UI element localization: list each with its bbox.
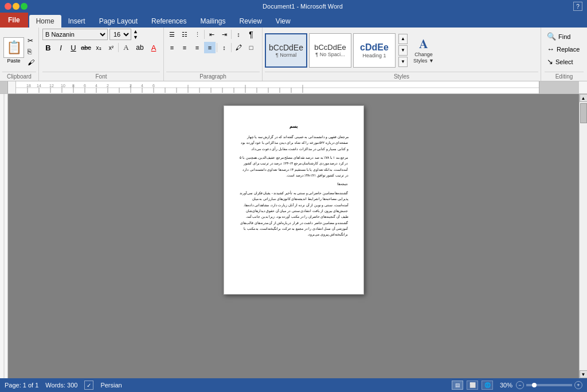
document-content: بسم مرجعان فقهی و دانشمندانی به خمینی گف… <box>239 123 349 238</box>
highlight-button[interactable]: ab <box>134 42 146 53</box>
paste-button[interactable]: 📋 Paste <box>2 36 25 65</box>
find-button[interactable]: 🔍 Find <box>545 31 584 42</box>
scroll-down-arrow[interactable]: ▼ <box>580 370 588 378</box>
copy-button[interactable]: ⎘ <box>27 47 35 56</box>
replace-button[interactable]: ↔ Replace <box>545 44 584 54</box>
zoom-in-button[interactable]: + <box>574 381 582 389</box>
font-name-selector[interactable]: B Nazanin <box>42 29 108 40</box>
style-heading1[interactable]: cDdEe Heading 1 <box>353 33 396 68</box>
tab-file[interactable]: File <box>0 13 28 28</box>
decrease-indent-button[interactable]: ⇤ <box>206 29 217 40</box>
doc-paragraph-1: مرجعان فقهی و دانشمندانی به خمینی گفته‌ا… <box>239 134 349 152</box>
increase-indent-button[interactable]: ⇥ <box>218 29 230 40</box>
doc-paragraph-2: مرجع بند ۱ با ۷۸٪ به صد درصد نقداهای مصل… <box>239 155 349 179</box>
borders-button[interactable]: □ <box>245 42 257 53</box>
change-styles-button[interactable]: 𝐀 ChangeStyles ▼ <box>409 34 438 66</box>
editing-label: Editing <box>545 72 584 80</box>
zoom-slider-thumb[interactable] <box>532 383 537 387</box>
format-painter-button[interactable]: 🖌 <box>27 58 35 67</box>
change-styles-icon: 𝐀 <box>419 37 428 52</box>
clipboard-label: Clipboard <box>2 72 36 80</box>
help-icon[interactable]: ? <box>573 2 582 11</box>
zoom-out-button[interactable]: − <box>516 381 524 389</box>
para-divider3 <box>217 43 217 52</box>
svg-text:12: 12 <box>49 84 54 88</box>
vertical-scrollbar[interactable]: ▲ ▼ <box>579 94 587 378</box>
status-words: Words: 300 <box>45 382 77 389</box>
tab-insert[interactable]: Insert <box>61 15 92 28</box>
tab-page-layout[interactable]: Page Layout <box>92 15 144 28</box>
tab-references[interactable]: References <box>144 15 193 28</box>
styles-scroll-down[interactable]: ▼ <box>398 45 408 56</box>
style-normal[interactable]: bCcDdEe ¶ Normal <box>265 33 307 68</box>
font-shrink-button[interactable]: ▼ <box>133 34 138 40</box>
align-left-button[interactable]: ≡ <box>166 42 178 53</box>
proofing-icon[interactable]: ✓ <box>84 381 93 390</box>
style-no-spacing[interactable]: bCcDdEe ¶ No Spaci... <box>309 33 351 68</box>
svg-text:6: 6 <box>152 84 155 88</box>
styles-label: Styles <box>265 72 538 80</box>
tab-review[interactable]: Review <box>232 15 268 28</box>
para-divider2 <box>231 30 232 39</box>
bullets-button[interactable]: ☰ <box>166 29 178 40</box>
vertical-ruler <box>0 94 8 378</box>
shading-button[interactable]: 🖍 <box>233 42 244 53</box>
document-page[interactable]: بسم مرجعان فقهی و دانشمندانی به خمینی گف… <box>224 105 364 295</box>
paragraph-label: Paragraph <box>166 72 260 80</box>
svg-text:4: 4 <box>141 84 143 88</box>
select-button[interactable]: ↘ Select <box>545 56 584 67</box>
sort-button[interactable]: ↕ <box>233 29 244 40</box>
font-size-selector[interactable]: 16 <box>109 29 131 40</box>
style-heading1-preview: cDdEe <box>360 42 389 53</box>
styles-scroll-up[interactable]: ▲ <box>398 34 408 44</box>
paste-icon: 📋 <box>3 37 24 58</box>
line-spacing-button[interactable]: ↕ <box>218 42 230 53</box>
svg-text:6: 6 <box>84 84 86 88</box>
tab-home[interactable]: Home <box>29 15 61 28</box>
full-screen-view[interactable]: ⬜ <box>467 381 478 390</box>
maximize-btn[interactable] <box>21 3 28 10</box>
strikethrough-button[interactable]: abc <box>80 42 92 53</box>
subscript-button[interactable]: x₂ <box>93 42 104 53</box>
svg-text:2: 2 <box>130 84 132 88</box>
text-effect-button[interactable]: A <box>120 42 132 53</box>
editing-group: 🔍 Find ↔ Replace ↘ Select Editing <box>541 28 587 81</box>
print-layout-view[interactable]: ▤ <box>452 381 463 390</box>
web-layout-view[interactable]: 🌐 <box>482 381 493 390</box>
font-divider <box>118 43 119 52</box>
numbering-button[interactable]: ☷ <box>179 29 190 40</box>
cut-button[interactable]: ✂ <box>27 36 35 45</box>
style-heading1-label: Heading 1 <box>362 53 386 58</box>
style-normal-preview: bCcDdEe <box>269 43 303 52</box>
superscript-button[interactable]: x² <box>105 42 117 53</box>
italic-button[interactable]: I <box>55 42 66 53</box>
tab-view[interactable]: View <box>269 15 298 28</box>
status-page: Page: 1 of 1 <box>5 382 38 389</box>
justify-button[interactable]: ≡ <box>204 42 216 53</box>
svg-text:14: 14 <box>37 84 41 88</box>
main-area: بسم مرجعان فقهی و دانشمندانی به خمینی گف… <box>0 94 587 378</box>
font-grow-button[interactable]: ▲ <box>133 29 138 34</box>
show-hide-button[interactable]: ¶ <box>245 29 257 40</box>
minimize-btn[interactable] <box>13 3 19 10</box>
zoom-slider[interactable] <box>526 384 572 386</box>
ruler-scrollbar-space <box>579 81 587 93</box>
align-right-button[interactable]: ≡ <box>191 42 203 53</box>
close-btn[interactable] <box>5 3 11 10</box>
para-divider4 <box>231 43 232 52</box>
change-styles-label: ChangeStyles ▼ <box>413 52 434 64</box>
bold-button[interactable]: B <box>42 42 54 53</box>
styles-group: bCcDdEe ¶ Normal bCcDdEe ¶ No Spaci... c… <box>263 28 541 81</box>
font-color-button[interactable]: A <box>147 42 160 53</box>
tab-mailings[interactable]: Mailings <box>193 15 232 28</box>
scroll-thumb[interactable] <box>580 103 587 123</box>
multilevel-button[interactable]: ⋮ <box>191 29 203 40</box>
svg-text:8: 8 <box>72 84 75 88</box>
center-button[interactable]: ≡ <box>179 42 190 53</box>
scroll-up-arrow[interactable]: ▲ <box>580 94 588 102</box>
styles-more-button[interactable]: ▼ <box>398 57 408 67</box>
underline-button[interactable]: U <box>68 42 79 53</box>
status-bar: Page: 1 of 1 Words: 300 ✓ Persian ▤ ⬜ 🌐 … <box>0 378 587 392</box>
paste-label: Paste <box>7 58 20 64</box>
paragraph-group: ☰ ☷ ⋮ ⇤ ⇥ ↕ ¶ ≡ ≡ ≡ ≡ ↕ 🖍 □ Paragraph <box>164 28 263 81</box>
